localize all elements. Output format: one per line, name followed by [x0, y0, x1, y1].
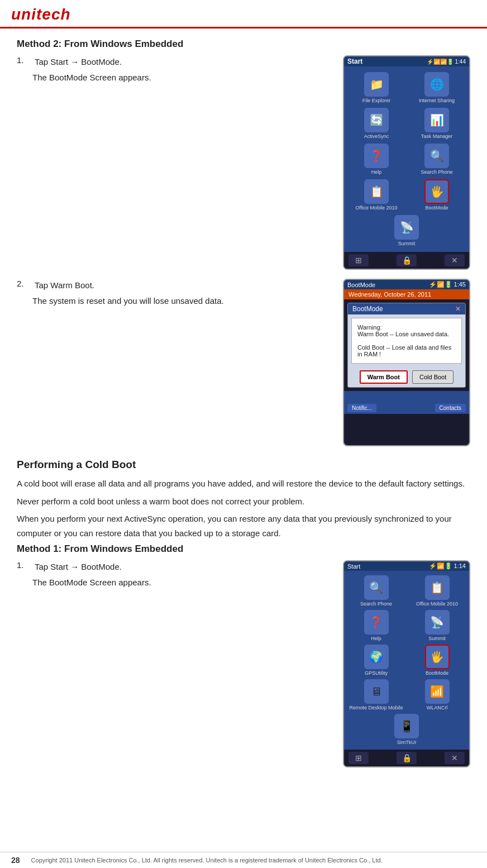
- notific-button[interactable]: Notific...: [347, 404, 376, 412]
- contacts-button[interactable]: Contacts: [435, 404, 466, 412]
- icon3-simtkui: 📱 SimTkUI: [394, 714, 419, 745]
- bootmode-date: Wednesday, October 26, 2011: [344, 289, 469, 299]
- icon-search-phone: 🔍 Search Phone: [409, 144, 465, 175]
- step2-row: 2. Tap Warm Boot. The system is reset an…: [17, 279, 470, 446]
- cold-boot-para1: A cold boot will erase all data and all …: [17, 476, 470, 491]
- device1-start-btn: ⊞: [348, 254, 369, 266]
- step2-subtext: The system is reset and you will lose un…: [32, 294, 321, 308]
- device1-title: Start: [347, 58, 362, 65]
- activesync-icon: 🔄: [364, 108, 389, 132]
- step2-text-block: 2. Tap Warm Boot. The system is reset an…: [17, 279, 332, 446]
- footer: 28 Copyright 2011 Unitech Electronics Co…: [0, 852, 487, 868]
- icon3-search-phone: 🔍 Search Phone: [347, 575, 405, 607]
- icon-activesync: 🔄 ActiveSync: [348, 108, 404, 139]
- bootmode-dialog-close-icon: ✕: [455, 305, 461, 313]
- method2-heading: Method 2: From Windows Embedded: [17, 39, 470, 50]
- icon3-office: 📋 Office Mobile 2010: [408, 575, 466, 607]
- step1-content: Tap Start → BootMode.: [35, 55, 122, 69]
- step2-content: Tap Warm Boot.: [35, 279, 94, 292]
- cold-boot-button[interactable]: Cold Boot: [412, 370, 453, 384]
- device3-start-btn: ⊞: [348, 752, 369, 764]
- device-screenshot-2: BootMode ⚡📶🔋 1:45 Wednesday, October 26,…: [343, 279, 470, 446]
- logo: unitech: [11, 6, 71, 23]
- device3-close-btn: ✕: [445, 752, 465, 764]
- step1-number: 1.: [17, 55, 32, 69]
- icon-summit: 📡 Summit: [394, 215, 419, 246]
- device1-lock-btn: 🔒: [397, 254, 417, 266]
- bootmode-title: BootMode: [347, 282, 375, 288]
- cold-boot-para2: Never perform a cold boot unless a warm …: [17, 494, 470, 509]
- device3-bottom-bar: ⊞ 🔒 ✕: [344, 750, 469, 766]
- bootmode-warning-text: Warning: Warm Boot -- Lose unsaved data.…: [351, 318, 462, 364]
- bootmode-dialog-title: BootMode ✕: [348, 303, 465, 314]
- device3-icon-grid: 🔍 Search Phone 📋 Office Mobile 2010 ❓ He…: [344, 571, 469, 750]
- icon3-wlancrl: 📶 WLANCrl: [408, 679, 466, 710]
- bootmode-status: ⚡📶🔋 1:45: [429, 281, 466, 288]
- copyright-text: Copyright 2011 Unitech Electronics Co., …: [31, 857, 383, 864]
- cold-boot-section: Performing a Cold Boot A cold boot will …: [17, 459, 470, 767]
- method1-step1-row: 1. Tap Start → BootMode. The BootMode Sc…: [17, 560, 470, 767]
- task-manager-icon: 📊: [424, 108, 449, 132]
- page-number: 28: [11, 856, 20, 865]
- bootmode-taskbar-bg: [344, 391, 469, 402]
- main-content: Method 2: From Windows Embedded 1. Tap S…: [0, 28, 487, 782]
- warm-boot-button[interactable]: Warm Boot: [360, 370, 408, 384]
- step1-row: 1. Tap Start → BootMode. The BootMode Sc…: [17, 55, 470, 270]
- device3-status: ⚡📶🔋 1:14: [429, 562, 466, 570]
- bootmode-buttons: Warm Boot Cold Boot: [348, 367, 465, 387]
- bootmode-bottom-bar: Notific... Contacts: [344, 402, 469, 414]
- icon-internet-sharing: 🌐 Internet Sharing: [409, 72, 465, 103]
- icon-office-mobile: 📋 Office Mobile 2010: [348, 179, 404, 211]
- icon3-bootmode: 🖐 BootMode: [408, 645, 466, 676]
- device3-title: Start: [347, 563, 360, 570]
- office-mobile-icon: 📋: [364, 179, 389, 204]
- device-screenshot-1: Start ⚡📶📶🔋 1:44 📁 File Explorer 🌐 Intern…: [343, 55, 470, 270]
- internet-sharing-icon: 🌐: [424, 72, 449, 97]
- header: unitech: [0, 0, 487, 28]
- device3-top-bar: Start ⚡📶🔋 1:14: [344, 561, 469, 571]
- method1-step1-text-block: 1. Tap Start → BootMode. The BootMode Sc…: [17, 560, 332, 767]
- device-screenshot-3: Start ⚡📶🔋 1:14 🔍 Search Phone 📋 Office M…: [343, 560, 470, 767]
- icon3-help: ❓ Help: [347, 610, 405, 641]
- device1-close-btn: ✕: [445, 254, 465, 266]
- device1-bottom-bar: ⊞ 🔒 ✕: [344, 252, 469, 269]
- device3-lock-btn: 🔒: [397, 752, 417, 764]
- method1-step1-number: 1.: [17, 560, 32, 574]
- step1-subtext: The BootMode Screen appears.: [32, 71, 321, 84]
- summit-icon: 📡: [394, 215, 419, 240]
- help-icon: ❓: [364, 144, 389, 168]
- icon3-summit: 📡 Summit: [408, 610, 466, 641]
- icon-help: ❓ Help: [348, 144, 404, 175]
- cold-boot-para3: When you perform your next ActiveSync op…: [17, 512, 470, 540]
- search-phone-icon: 🔍: [424, 144, 449, 168]
- icon-task-manager: 📊 Task Manager: [409, 108, 465, 139]
- method1-heading: Method 1: From Windows Embedded: [17, 543, 470, 555]
- bootmode-top-bar: BootMode ⚡📶🔋 1:45: [344, 280, 469, 289]
- file-explorer-icon: 📁: [364, 72, 389, 97]
- icon-bootmode: 🖐 BootMode: [409, 179, 465, 211]
- device1-status: ⚡📶📶🔋 1:44: [427, 59, 466, 65]
- step1-text-block: 1. Tap Start → BootMode. The BootMode Sc…: [17, 55, 332, 270]
- cold-boot-heading: Performing a Cold Boot: [17, 459, 470, 471]
- device1-top-bar: Start ⚡📶📶🔋 1:44: [344, 56, 469, 66]
- device1-icon-grid: 📁 File Explorer 🌐 Internet Sharing 🔄 Act…: [344, 66, 469, 252]
- bootmode-icon: 🖐: [424, 179, 449, 204]
- icon-file-explorer: 📁 File Explorer: [348, 72, 404, 103]
- icon3-gpsutility: 🌍 GPSUtility: [347, 645, 405, 676]
- bootmode-dialog: BootMode ✕ Warning: Warm Boot -- Lose un…: [347, 303, 466, 388]
- method1-step1-content: Tap Start → BootMode.: [35, 560, 122, 574]
- step2-number: 2.: [17, 279, 32, 292]
- icon3-remote-desktop: 🖥 Remote Desktop Mobile: [347, 679, 405, 710]
- method1-step1-subtext: The BootMode Screen appears.: [32, 576, 321, 589]
